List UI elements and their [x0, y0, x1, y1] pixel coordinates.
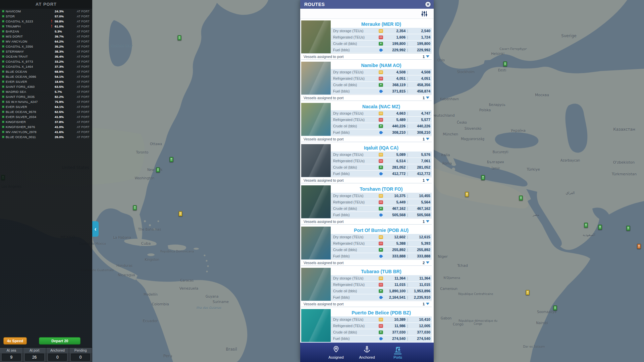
vessels-assigned-dropdown[interactable]: 1 [423, 55, 429, 59]
vessel-row[interactable]: EVER SILVER ! 64.1% AT PORT [0, 104, 92, 109]
vessel-row[interactable]: KINGFISHER ! 37.8% AT PORT [0, 119, 92, 124]
vessels-assigned-dropdown[interactable]: 2 [423, 261, 429, 265]
cargo-type-icon [379, 242, 383, 245]
vessel-row[interactable]: COASTAL X_5223 ! 59.8% AT PORT [0, 19, 92, 24]
ship-marker[interactable] [481, 175, 485, 180]
filter-sliders-icon[interactable] [421, 10, 428, 17]
value-separator: | [406, 337, 410, 341]
ship-marker[interactable] [598, 225, 602, 230]
value-separator: | [406, 324, 410, 328]
ship-marker[interactable] [170, 157, 173, 162]
value-separator: | [406, 289, 410, 293]
ship-marker[interactable] [178, 35, 181, 40]
vessel-name: BLUE OCEAN_0011 [6, 135, 49, 139]
ship-marker[interactable] [465, 192, 469, 197]
vessel-row[interactable]: BLUE OCEAN_9578 ! 62.5% AT PORT [0, 109, 92, 114]
vessel-row[interactable]: STOR ! 57.0% AT PORT [0, 14, 92, 19]
port-card[interactable]: Nacala (NAC MZ) Dry storage (TEUs) 4,663… [301, 103, 432, 142]
cargo-row: Fuel (bbls) 412,772 | 412,772 [331, 171, 432, 177]
vessel-load-percent: 75.9% [55, 100, 70, 104]
port-name[interactable]: Puerto De Belice (PDB BZ) [331, 309, 432, 316]
cargo-row: Refrigerated (TEUs) 5,449 | 5,564 [331, 199, 432, 205]
dropdown-triangle-icon [426, 179, 429, 181]
vessel-row[interactable]: BLUE OCEAN_0011 ! 26.0% AT PORT [0, 134, 92, 139]
vessel-row[interactable]: STERNWAY ! 38.3% AT PORT [0, 49, 92, 54]
tab-assigned-label: Assigned [328, 355, 343, 359]
ship-marker[interactable] [526, 290, 530, 295]
vessels-assigned-dropdown[interactable]: 1 [423, 178, 429, 182]
port-name[interactable]: Nacala (NAC MZ) [331, 103, 432, 110]
cargo-value-capacity: 7,061 [410, 159, 430, 163]
ship-marker[interactable] [519, 195, 523, 200]
ship-marker[interactable] [627, 226, 630, 231]
vessel-row[interactable]: COASTAL X_9773 ! 33.2% AT PORT [0, 59, 92, 64]
tab-anchored[interactable]: Anchored [357, 346, 377, 359]
ship-marker[interactable] [584, 223, 588, 228]
vessel-row[interactable]: KINGFISHER_6976 ! 41.0% AT PORT [0, 124, 92, 129]
port-card[interactable]: Namibe (NAM AO) Dry storage (TEUs) 4,508… [301, 62, 432, 101]
vessel-row[interactable]: TRIUMPH ! 61.0% AT PORT [0, 24, 92, 29]
port-name[interactable]: Tubarao (TUB BR) [331, 268, 432, 275]
vessel-row[interactable]: MADRID SEA ! 5.7% AT PORT [0, 89, 92, 94]
vessels-assigned-dropdown[interactable]: 1 [423, 137, 429, 141]
port-name[interactable]: Iqaluit (IQA CA) [331, 144, 432, 152]
vessels-assigned-dropdown[interactable]: 1 [423, 96, 429, 100]
fleet-stat-cell[interactable]: At sea 9 [0, 348, 23, 362]
port-name[interactable]: Port Of Burnie (POB AU) [331, 227, 432, 234]
fleet-stat-cell[interactable]: At port 26 [23, 348, 46, 362]
vessel-row[interactable]: SS W.H NAVAL_4247 ! 75.9% AT PORT [0, 99, 92, 104]
vessels-assigned-dropdown[interactable]: 1 [423, 302, 429, 306]
ship-marker[interactable] [503, 61, 507, 66]
vessel-row[interactable]: OCEAN TRAIT ! 35.4% AT PORT [0, 54, 92, 59]
cargo-value-current: 11,986 [385, 324, 406, 328]
vessel-status: AT PORT [71, 120, 90, 124]
port-card[interactable]: Puerto De Belice (PDB BZ) Dry storage (T… [301, 309, 432, 343]
ship-marker[interactable] [156, 167, 160, 172]
port-name[interactable]: Torshavn (TOR FO) [331, 185, 432, 193]
port-name[interactable]: Merauke (MER ID) [331, 20, 432, 28]
tab-ports[interactable]: Ports [388, 346, 408, 359]
dropdown-triangle-icon [426, 261, 429, 264]
fleet-stat-cell[interactable]: Pending 0 [69, 348, 92, 362]
vessel-row[interactable]: SAINT FORS_3035 ! 82.2% AT PORT [0, 94, 92, 99]
value-separator: | [406, 248, 410, 252]
sidebar-collapse-button[interactable]: ‹ [92, 221, 99, 237]
close-icon[interactable]: × [425, 1, 431, 7]
vessel-row[interactable]: BLUE OCEAN_0086 ! 54.1% AT PORT [0, 74, 92, 79]
ship-marker[interactable] [179, 211, 182, 216]
cargo-value-capacity: 4,508 [410, 70, 430, 74]
vessel-name: BLUE OCEAN_9578 [6, 110, 49, 114]
port-card[interactable]: Iqaluit (IQA CA) Dry storage (TEUs) 5,08… [301, 144, 432, 183]
port-card[interactable]: Merauke (MER ID) Dry storage (TEUs) 2,35… [301, 20, 432, 60]
vessel-load-percent: 39.7% [55, 35, 70, 38]
ship-marker[interactable] [637, 244, 641, 249]
port-name[interactable]: Namibe (NAM AO) [331, 62, 432, 69]
vessels-assigned-dropdown[interactable]: 1 [423, 220, 429, 224]
cargo-row: Crude oil (bbls) 377,030 | 377,030 [331, 329, 432, 336]
ship-marker[interactable] [553, 305, 557, 310]
vessel-row[interactable]: COASTAL X_1464 ! 37.3% AT PORT [0, 64, 92, 69]
port-card[interactable]: Tubarao (TUB BR) Dry storage (TEUs) 11,3… [301, 268, 432, 307]
speed-button[interactable]: 4x Speed [3, 337, 27, 345]
vessel-row[interactable]: NAVICOM ! 24.3% AT PORT [0, 9, 92, 14]
vessel-row[interactable]: MV ANCYLON_2978 ! 41.6% AT PORT [0, 129, 92, 134]
vessel-row[interactable]: MV ANCYLON ! 64.2% AT PORT [0, 39, 92, 44]
cargo-label: Fuel (bbls) [333, 295, 379, 299]
cargo-value-current: 4,051 [385, 76, 406, 80]
dropdown-triangle-icon [426, 303, 429, 305]
vessel-status: AT PORT [71, 35, 90, 38]
ship-marker[interactable] [133, 205, 137, 210]
port-card[interactable]: Port Of Burnie (POB AU) Dry storage (TEU… [301, 227, 432, 266]
vessel-row[interactable]: EVER SILVER_2034 ! 41.9% AT PORT [0, 114, 92, 119]
depart-button[interactable]: Depart 20 [39, 337, 80, 345]
port-card[interactable]: Torshavn (TOR FO) Dry storage (TEUs) 10,… [301, 185, 432, 225]
vessel-row[interactable]: M/S DORIT ! 39.7% AT PORT [0, 34, 92, 39]
vessel-row[interactable]: BARZAN ! 5.3% AT PORT [0, 29, 92, 34]
vessel-row[interactable]: COASTAL X_3356 ! 35.2% AT PORT [0, 44, 92, 49]
fleet-stat-cell[interactable]: Anchored 0 [46, 348, 69, 362]
vessel-row[interactable]: EVER SILVER ! 18.6% AT PORT [0, 79, 92, 84]
tab-assigned[interactable]: Assigned [326, 346, 346, 359]
vessel-row[interactable]: SAINT FORS_4360 ! 63.5% AT PORT [0, 84, 92, 89]
port-footer: Vessels assigned to port 1 [301, 218, 432, 225]
vessel-row[interactable]: BLUE OCEAN ! 68.9% AT PORT [0, 69, 92, 74]
